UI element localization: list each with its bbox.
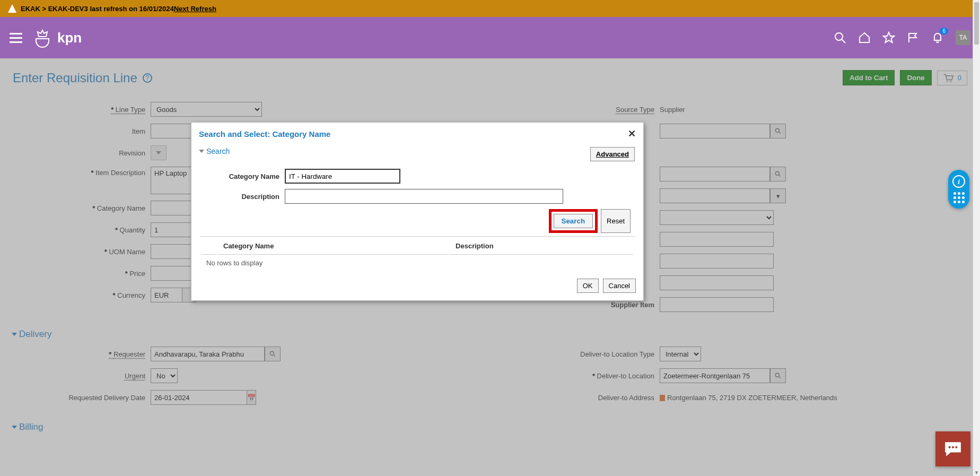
app-header: kpn 6 TA — [0, 17, 980, 58]
dialpad-icon — [953, 192, 965, 203]
search-icon[interactable] — [834, 31, 846, 44]
logo-text: kpn — [57, 30, 82, 46]
warning-text: EKAK > EKAK-DEV3 last refresh on 16/01/2… — [21, 5, 174, 13]
search-button-highlight: Search — [549, 209, 598, 233]
modal-category-input[interactable] — [285, 169, 400, 184]
svg-point-16 — [955, 446, 957, 448]
crown-icon — [32, 27, 53, 48]
svg-line-1 — [842, 39, 845, 43]
collapse-icon — [199, 150, 204, 153]
scroll-thumb[interactable] — [974, 2, 979, 45]
star-icon[interactable] — [882, 31, 895, 44]
modal-cancel-button[interactable]: Cancel — [603, 279, 636, 293]
chat-float-button[interactable] — [935, 431, 970, 466]
hamburger-menu[interactable] — [10, 33, 22, 43]
scroll-down-arrow[interactable]: ▼ — [973, 469, 980, 476]
modal-reset-button[interactable]: Reset — [601, 209, 631, 233]
modal-ok-button[interactable]: OK — [577, 279, 599, 293]
no-rows-text: No rows to display — [201, 256, 634, 270]
search-section-toggle[interactable]: Search — [200, 147, 230, 155]
col-description[interactable]: Description — [450, 238, 634, 255]
info-icon: i — [952, 175, 965, 188]
modal-title: Search and Select: Category Name — [199, 129, 330, 139]
help-float-widget[interactable]: i — [948, 170, 969, 209]
svg-point-14 — [949, 446, 951, 448]
vertical-scrollbar[interactable]: ▲ ▼ — [973, 0, 980, 476]
advanced-button[interactable]: Advanced — [590, 147, 635, 161]
results-table: Category Name Description No rows to dis… — [200, 236, 635, 271]
search-select-modal: Search and Select: Category Name ✕ Searc… — [191, 122, 644, 301]
flag-icon[interactable] — [907, 31, 920, 44]
notification-count: 6 — [940, 28, 948, 34]
warning-icon — [8, 4, 16, 13]
modal-desc-input[interactable] — [285, 189, 563, 204]
svg-point-0 — [835, 33, 843, 40]
modal-category-label: Category Name — [216, 172, 285, 180]
environment-warning-bar: EKAK > EKAK-DEV3 last refresh on 16/01/2… — [0, 0, 980, 17]
app-logo[interactable]: kpn — [32, 27, 82, 48]
chat-icon — [944, 441, 962, 457]
modal-desc-label: Description — [216, 193, 285, 201]
svg-point-15 — [952, 446, 954, 448]
modal-search-button[interactable]: Search — [554, 214, 593, 228]
notifications-button[interactable]: 6 — [931, 31, 944, 45]
home-icon[interactable] — [858, 31, 871, 44]
next-refresh-link[interactable]: Next Refresh — [174, 5, 216, 13]
col-category[interactable]: Category Name — [218, 238, 449, 255]
modal-close-button[interactable]: ✕ — [628, 128, 636, 140]
user-avatar[interactable]: TA — [956, 30, 970, 45]
